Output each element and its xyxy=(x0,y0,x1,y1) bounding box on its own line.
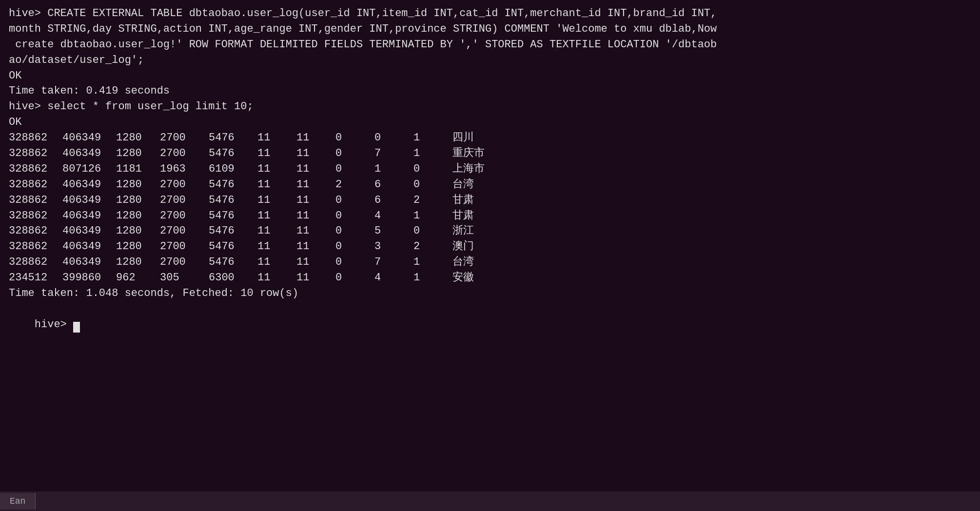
cell: 1181 xyxy=(116,161,160,177)
cell: 7 xyxy=(374,146,413,161)
cell: 328862 xyxy=(9,208,62,224)
cell: 11 xyxy=(257,270,296,286)
cell: 2700 xyxy=(160,130,209,146)
cell: 1280 xyxy=(116,255,160,270)
table-row: 3288624063491280270054761111071台湾 xyxy=(9,255,971,270)
bottom-bar: Ean xyxy=(0,491,980,511)
bottom-tab-1[interactable]: Ean xyxy=(0,493,36,510)
cell: 328862 xyxy=(9,255,62,270)
cell: 6 xyxy=(374,193,413,208)
cell: 2700 xyxy=(160,239,209,255)
cell: 5 xyxy=(374,223,413,239)
cell: 0 xyxy=(335,161,374,177)
cell: 1 xyxy=(413,130,452,146)
cell: 11 xyxy=(257,223,296,239)
cell: 安徽 xyxy=(452,270,511,286)
cell: 11 xyxy=(296,146,335,161)
table-row: 3288624063491280270054761111032澳门 xyxy=(9,239,971,255)
command-line-1c: create dbtaobao.user_log!' ROW FORMAT DE… xyxy=(9,37,971,53)
cell: 1280 xyxy=(116,146,160,161)
cell: 2 xyxy=(413,193,452,208)
table-row: 3288624063491280270054761111050浙江 xyxy=(9,223,971,239)
cell: 11 xyxy=(257,130,296,146)
cell: 台湾 xyxy=(452,177,511,193)
cell: 11 xyxy=(296,193,335,208)
cell: 11 xyxy=(257,239,296,255)
command-line-1: hive> CREATE EXTERNAL TABLE dbtaobao.use… xyxy=(9,6,971,21)
cell: 328862 xyxy=(9,193,62,208)
cell: 1 xyxy=(413,208,452,224)
cell: 406349 xyxy=(62,223,116,239)
cell: 11 xyxy=(257,161,296,177)
cell: 1280 xyxy=(116,239,160,255)
cell: 6300 xyxy=(209,270,257,286)
cell: 11 xyxy=(296,161,335,177)
cell: 甘肃 xyxy=(452,208,511,224)
cell: 328862 xyxy=(9,146,62,161)
cell: 5476 xyxy=(209,223,257,239)
cell: 406349 xyxy=(62,255,116,270)
cell: 399860 xyxy=(62,270,116,286)
cell: 11 xyxy=(296,223,335,239)
time-1: Time taken: 0.419 seconds xyxy=(9,83,971,99)
cell: 1280 xyxy=(116,208,160,224)
cell: 0 xyxy=(335,223,374,239)
ok-2: OK xyxy=(9,115,971,130)
cell: 重庆市 xyxy=(452,146,511,161)
cell: 2700 xyxy=(160,223,209,239)
cell: 1 xyxy=(413,255,452,270)
cell: 台湾 xyxy=(452,255,511,270)
cell: 0 xyxy=(335,270,374,286)
cell: 11 xyxy=(296,177,335,193)
table-row: 3288624063491280270054761111071重庆市 xyxy=(9,146,971,161)
cell: 1280 xyxy=(116,223,160,239)
command-line-1b: month STRING,day STRING,action INT,age_r… xyxy=(9,21,971,37)
table-row: 23451239986096230563001111041安徽 xyxy=(9,270,971,286)
cell: 1280 xyxy=(116,177,160,193)
cell: 0 xyxy=(335,130,374,146)
cell: 1 xyxy=(413,146,452,161)
cell: 1280 xyxy=(116,193,160,208)
cell: 2700 xyxy=(160,208,209,224)
cell: 328862 xyxy=(9,223,62,239)
cell: 807126 xyxy=(62,161,116,177)
cell: 2700 xyxy=(160,146,209,161)
cell: 上海市 xyxy=(452,161,511,177)
cell: 2 xyxy=(335,177,374,193)
cell: 328862 xyxy=(9,130,62,146)
cell: 澳门 xyxy=(452,239,511,255)
cell: 328862 xyxy=(9,177,62,193)
table-row: 3288624063491280270054761111260台湾 xyxy=(9,177,971,193)
cell: 11 xyxy=(296,130,335,146)
cell: 四川 xyxy=(452,130,511,146)
time-2: Time taken: 1.048 seconds, Fetched: 10 r… xyxy=(9,286,971,301)
cell: 浙江 xyxy=(452,223,511,239)
table-row: 3288628071261181196361091111010上海市 xyxy=(9,161,971,177)
prompt-text: hive> xyxy=(35,318,73,331)
cell: 6 xyxy=(374,177,413,193)
cell: 0 xyxy=(413,223,452,239)
cell: 0 xyxy=(413,177,452,193)
cell: 0 xyxy=(335,193,374,208)
cell: 2700 xyxy=(160,193,209,208)
cell: 4 xyxy=(374,270,413,286)
cell: 0 xyxy=(374,130,413,146)
cell: 328862 xyxy=(9,161,62,177)
cell: 5476 xyxy=(209,193,257,208)
cell: 406349 xyxy=(62,130,116,146)
cell: 328862 xyxy=(9,239,62,255)
cursor xyxy=(73,322,80,333)
command-line-2: hive> select * from user_log limit 10; xyxy=(9,99,971,115)
cell: 406349 xyxy=(62,177,116,193)
cell: 11 xyxy=(257,177,296,193)
table-row: 3288624063491280270054761111062甘肃 xyxy=(9,193,971,208)
command-line-1d: ao/dataset/user_log'; xyxy=(9,53,971,68)
cell: 5476 xyxy=(209,130,257,146)
cell: 5476 xyxy=(209,208,257,224)
cell: 406349 xyxy=(62,193,116,208)
cell: 1 xyxy=(374,161,413,177)
cell: 6109 xyxy=(209,161,257,177)
cell: 5476 xyxy=(209,255,257,270)
cell: 11 xyxy=(296,255,335,270)
cell: 305 xyxy=(160,270,209,286)
